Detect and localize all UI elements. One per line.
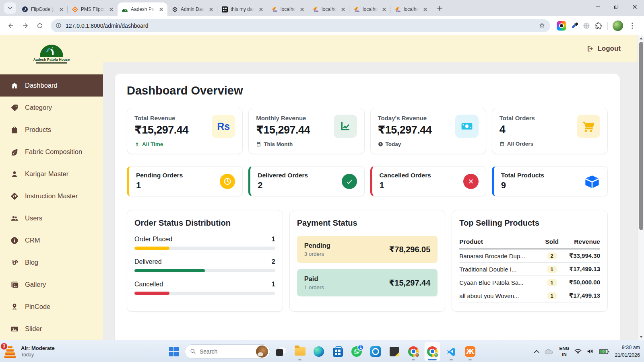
browser-tab-active[interactable]: Aadesh Patol xyxy=(118,2,167,16)
peacock-logo-icon xyxy=(40,45,63,57)
sticky-notes-button[interactable] xyxy=(386,342,402,361)
browser-tab[interactable]: this my dash xyxy=(217,2,267,16)
onedrive-cloud-icon[interactable] xyxy=(545,348,554,355)
payment-label: Paid xyxy=(304,275,324,283)
browser-tab-strip: FlipCode (Att PMS Flipcode Aadesh Patol … xyxy=(0,0,644,16)
forward-button[interactable] xyxy=(19,19,32,33)
status-label: Cancelled Orders xyxy=(380,172,431,179)
running-indicator xyxy=(469,359,472,360)
browser-tab[interactable]: Admin Dashb xyxy=(167,2,217,16)
bookmark-star-icon[interactable] xyxy=(539,22,545,29)
scroll-up-arrow[interactable] xyxy=(638,35,644,41)
extensions-puzzle-icon[interactable] xyxy=(594,22,603,30)
tab-close-icon[interactable] xyxy=(340,6,346,12)
weather-day: Today xyxy=(21,352,55,358)
x-icon xyxy=(463,174,479,189)
logout-icon xyxy=(586,45,594,52)
browser-menu-button[interactable] xyxy=(627,21,638,31)
sidebar-item-products[interactable]: Products xyxy=(0,119,103,141)
tab-close-icon[interactable] xyxy=(108,6,114,12)
browser-tab[interactable]: PMA localhost / 12 xyxy=(349,2,390,16)
scroll-down-arrow[interactable] xyxy=(638,333,644,340)
scrollbar-thumb[interactable] xyxy=(639,42,643,230)
window-minimize-button[interactable] xyxy=(588,0,607,14)
lens-extension-icon[interactable] xyxy=(557,21,566,31)
page-scrollbar[interactable] xyxy=(638,35,644,340)
browser-tab[interactable]: PMS Flipcode xyxy=(68,2,118,16)
profile-avatar[interactable] xyxy=(613,21,623,31)
weather-widget[interactable]: 3 Air: Moderate Today xyxy=(3,340,55,362)
clock-time: 9:30 am xyxy=(615,344,640,351)
tab-close-icon[interactable] xyxy=(299,6,305,12)
payment-label: Pending xyxy=(304,242,330,249)
vscode-button[interactable] xyxy=(443,342,459,361)
taskbar-clock[interactable]: 9:30 am 21/01/2026 xyxy=(615,344,640,358)
reload-button[interactable] xyxy=(33,19,47,33)
order-status-label: Cancelled xyxy=(134,281,163,288)
sidebar-item-category[interactable]: Category xyxy=(0,97,103,119)
progress-track xyxy=(134,247,275,250)
sold-badge: 2 xyxy=(547,253,557,259)
svg-text:PMA: PMA xyxy=(396,10,401,12)
panel-title: Order Status Distribution xyxy=(134,218,275,228)
tab-close-icon[interactable] xyxy=(58,6,64,12)
tab-close-icon[interactable] xyxy=(422,6,428,12)
globe-extension-icon[interactable] xyxy=(582,22,590,30)
tab-search-button[interactable] xyxy=(4,2,16,14)
tab-close-icon[interactable] xyxy=(158,6,164,12)
battery-icon[interactable] xyxy=(599,349,609,354)
chrome-profile2-button-active[interactable] xyxy=(424,342,440,361)
web-page: Aadesh Patola House Dashboard Category P… xyxy=(0,35,644,340)
sold-badge: 1 xyxy=(547,266,557,273)
site-logo[interactable]: Aadesh Patola House xyxy=(0,35,103,69)
new-tab-button[interactable] xyxy=(434,2,445,14)
browser-tab[interactable]: PMA localhost / 12 xyxy=(390,2,431,16)
sidebar-item-karigar-master[interactable]: Karigar Master xyxy=(0,163,103,185)
sidebar-item-pincode[interactable]: PinCode xyxy=(0,296,103,318)
browser-tab[interactable]: PMA localhost / 12 xyxy=(267,2,308,16)
map-pin-icon xyxy=(10,303,19,311)
microsoft-store-button[interactable] xyxy=(330,342,346,361)
task-view-button[interactable] xyxy=(273,342,289,361)
edge-button[interactable] xyxy=(311,342,327,361)
tab-close-icon[interactable] xyxy=(381,6,387,12)
xampp-button[interactable]: Ж xyxy=(462,342,478,361)
sidebar-item-gallery[interactable]: Gallery xyxy=(0,274,103,296)
sidebar-item-instruction-master[interactable]: Instruction Master xyxy=(0,185,103,207)
tray-chevron-up-icon[interactable] xyxy=(534,350,539,353)
browser-tab[interactable]: PMA localhost / 12 xyxy=(308,2,349,16)
tab-close-icon[interactable] xyxy=(208,6,214,12)
window-close-button[interactable] xyxy=(625,0,644,14)
sidebar-item-users[interactable]: Users xyxy=(0,207,103,229)
running-indicator xyxy=(412,359,415,360)
window-maximize-button[interactable] xyxy=(607,0,625,14)
whatsapp-button[interactable]: 1 xyxy=(349,342,365,361)
address-bar[interactable]: 127.0.0.1:8000/admin/dashboard xyxy=(51,19,550,32)
tab-close-icon[interactable] xyxy=(258,6,264,12)
sidebar-item-slider[interactable]: Slider xyxy=(0,318,103,340)
product-name: Cyaan Blue Patola Sa... xyxy=(459,276,543,289)
language-indicator[interactable]: ENG IN xyxy=(559,346,570,358)
site-info-icon[interactable] xyxy=(56,23,62,29)
volume-icon[interactable] xyxy=(587,348,594,354)
eyedropper-extension-icon[interactable] xyxy=(570,22,578,30)
notification-badge: 3 xyxy=(1,343,7,350)
chrome-profile1-button[interactable] xyxy=(405,342,421,361)
status-value: 9 xyxy=(501,180,544,191)
sidebar-item-fabric-composition[interactable]: Fabric Composition xyxy=(0,141,103,163)
sidebar-item-crm[interactable]: CRM xyxy=(0,229,103,251)
browser-tab[interactable]: FlipCode (Att xyxy=(18,2,68,16)
sidebar-item-blog[interactable]: Blog xyxy=(0,251,103,274)
outlook-button[interactable] xyxy=(367,342,384,361)
sidebar-item-dashboard[interactable]: Dashboard xyxy=(0,74,103,97)
start-button[interactable] xyxy=(166,342,182,361)
check-icon xyxy=(342,174,357,189)
search-highlight-image[interactable] xyxy=(256,346,268,358)
taskbar-search-box[interactable]: Search xyxy=(185,344,270,359)
order-status-distribution-panel: Order Status Distribution Order Placed1 … xyxy=(127,210,283,312)
file-explorer-button[interactable] xyxy=(292,342,308,361)
sold-badge: 1 xyxy=(547,279,557,286)
back-button[interactable] xyxy=(4,19,18,33)
logout-button[interactable]: Logout xyxy=(586,45,621,53)
wifi-icon[interactable] xyxy=(574,349,582,354)
